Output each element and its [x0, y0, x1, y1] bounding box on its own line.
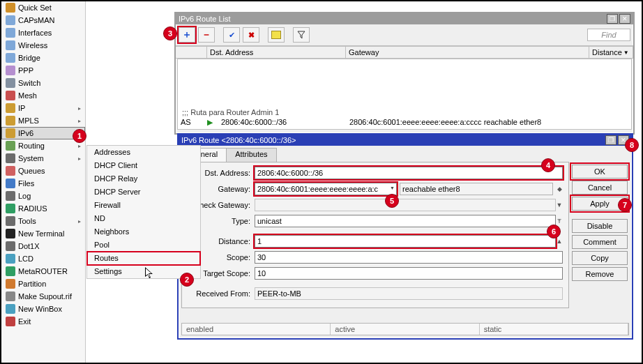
menu-icon: [6, 40, 15, 50]
toolbar: ＋ － ✔ ✖ Find: [176, 24, 633, 46]
sidebar-item-lcd[interactable]: LCD: [1, 252, 85, 265]
remove-button[interactable]: －: [198, 27, 215, 43]
submenu-item-dhcp-server[interactable]: DHCP Server: [87, 185, 200, 199]
disable-button[interactable]: Disable: [572, 219, 628, 233]
submenu-item-pool[interactable]: Pool: [87, 238, 200, 252]
sidebar-item-bridge[interactable]: Bridge: [1, 52, 85, 64]
find-input[interactable]: Find: [587, 29, 630, 41]
tabs: General Attributes: [179, 146, 632, 162]
sidebar-item-log[interactable]: Log: [1, 190, 85, 202]
sidebar-item-metarouter[interactable]: MetaROUTER: [1, 265, 85, 278]
sidebar-item-routing[interactable]: Routing▸: [1, 139, 85, 152]
sidebar-item-files[interactable]: Files: [1, 177, 85, 190]
menu-icon: [6, 179, 15, 188]
submenu-item-addresses[interactable]: Addresses: [87, 146, 200, 159]
sidebar-item-partition[interactable]: Partition: [1, 278, 85, 290]
tab-attributes[interactable]: Attributes: [226, 148, 276, 162]
distance-input[interactable]: 1: [255, 235, 556, 248]
sidebar-item-ip[interactable]: IP▸: [1, 102, 85, 114]
sidebar-item-new-terminal[interactable]: New Terminal: [1, 227, 85, 240]
sidebar-item-capsman[interactable]: CAPsMAN: [1, 14, 85, 26]
menu-icon: [6, 317, 15, 326]
sidebar-item-switch[interactable]: Switch: [1, 77, 85, 89]
chevron-right-icon: ▸: [78, 105, 81, 112]
sidebar-item-label: Dot1X: [18, 242, 40, 250]
sidebar-item-label: New WinBox: [18, 305, 62, 313]
sidebar-item-label: Switch: [18, 79, 40, 87]
sidebar-item-label: New Terminal: [18, 229, 64, 238]
sidebar-item-dot1x[interactable]: Dot1X: [1, 240, 85, 252]
col-flags[interactable]: [176, 47, 207, 58]
add-button[interactable]: ＋: [179, 27, 195, 43]
sidebar-item-label: Exit: [18, 317, 31, 326]
remove-button[interactable]: Remove: [572, 267, 628, 281]
dst-address-input[interactable]: 2806:40c:6000::/36: [255, 167, 563, 179]
callout-1: 1: [73, 129, 86, 143]
distance-up-icon[interactable]: ▲: [556, 238, 563, 244]
submenu-item-neighbors[interactable]: Neighbors: [87, 225, 200, 238]
col-distance[interactable]: Distance▼: [589, 47, 633, 58]
chevron-right-icon: ▸: [78, 143, 81, 149]
restore-icon[interactable]: ❐: [605, 135, 616, 145]
disable-button[interactable]: ✖: [243, 27, 259, 43]
gateway-add-icon[interactable]: ◆: [556, 186, 563, 192]
sidebar-item-label: Interfaces: [18, 29, 52, 37]
sidebar-item-system[interactable]: System▸: [1, 152, 85, 165]
sidebar-item-wireless[interactable]: Wireless: [1, 39, 85, 52]
sidebar-item-label: Tools: [18, 217, 36, 225]
sidebar-item-queues[interactable]: Queues: [1, 165, 85, 177]
col-dst[interactable]: Dst. Address: [207, 47, 346, 58]
check-gateway-input[interactable]: [255, 199, 556, 211]
titlebar-route-list[interactable]: IPv6 Route List ❐ ✕: [176, 13, 633, 24]
submenu-ipv6: AddressesDHCP ClientDHCP RelayDHCP Serve…: [86, 145, 201, 279]
chevron-down-icon[interactable]: ▼: [556, 202, 563, 208]
sidebar-item-new-winbox[interactable]: New WinBox: [1, 303, 85, 315]
sidebar-item-exit[interactable]: Exit: [1, 315, 85, 328]
submenu-item-dhcp-relay[interactable]: DHCP Relay: [87, 172, 200, 185]
sidebar-item-radius[interactable]: RADIUS: [1, 202, 85, 215]
comment-button[interactable]: [268, 27, 285, 43]
close-icon[interactable]: ✕: [619, 14, 630, 24]
submenu-item-routes[interactable]: Routes: [87, 252, 200, 265]
sidebar-item-label: IP: [18, 104, 25, 112]
sidebar-item-interfaces[interactable]: Interfaces: [1, 26, 85, 39]
sidebar-item-mpls[interactable]: MPLS▸: [1, 114, 85, 127]
col-gateway[interactable]: Gateway: [346, 47, 589, 58]
cancel-button[interactable]: Cancel: [572, 181, 628, 195]
filter-button[interactable]: [293, 27, 310, 43]
ok-button[interactable]: OK: [572, 165, 628, 179]
sidebar-item-quick-set[interactable]: Quick Set: [1, 1, 85, 14]
enable-button[interactable]: ✔: [223, 27, 240, 43]
comment-button[interactable]: Comment: [572, 235, 628, 249]
menu-icon: [6, 266, 15, 276]
restore-icon[interactable]: ❐: [607, 14, 618, 24]
gateway-input[interactable]: 2806:40c:6001:eeee:eeee:eeee:a:c: [255, 183, 397, 195]
table-row[interactable]: AS ▶ 2806:40c:6000::/36 2806:40c:6001:ee…: [178, 117, 631, 128]
sidebar-item-label: Bridge: [18, 54, 40, 62]
scope-input[interactable]: 30: [255, 251, 563, 264]
menu-icon: [6, 216, 15, 226]
list-header[interactable]: Dst. Address Gateway Distance▼: [176, 46, 633, 59]
menu-icon: [6, 229, 15, 238]
target-scope-input[interactable]: 10: [255, 267, 563, 280]
sidebar-item-label: Make Supout.rif: [18, 292, 72, 301]
titlebar-route-edit[interactable]: IPv6 Route <2806:40c:6000::/36> ❐ ✕: [179, 135, 632, 146]
submenu-item-nd[interactable]: ND: [87, 212, 200, 225]
copy-button[interactable]: Copy: [572, 251, 628, 265]
menu-icon: [6, 3, 15, 13]
form-general: Dst. Address: 2806:40c:6000::/36 Gateway…: [181, 162, 569, 308]
menu-icon: [6, 153, 15, 163]
sidebar-item-mesh[interactable]: Mesh: [1, 89, 85, 102]
sidebar-item-label: IPv6: [18, 129, 33, 137]
submenu-item-firewall[interactable]: Firewall: [87, 199, 200, 212]
sidebar-item-tools[interactable]: Tools▸: [1, 215, 85, 227]
sidebar-item-ppp[interactable]: PPP: [1, 64, 85, 77]
type-dropdown-icon[interactable]: Ŧ: [556, 218, 563, 224]
callout-4: 4: [541, 158, 555, 172]
submenu-item-dhcp-client[interactable]: DHCP Client: [87, 159, 200, 172]
list-body[interactable]: ;;; Ruta para Router Admin 1 AS ▶ 2806:4…: [177, 59, 632, 130]
sidebar-item-make-supout-rif[interactable]: Make Supout.rif: [1, 290, 85, 303]
callout-2: 2: [180, 273, 194, 287]
menu-icon: [6, 166, 15, 176]
type-input[interactable]: unicast: [255, 215, 556, 227]
